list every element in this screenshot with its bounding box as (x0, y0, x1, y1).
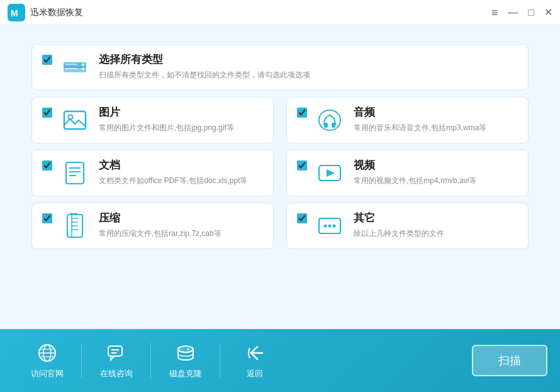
select-all-label: 选择所有类型 (99, 52, 310, 67)
select-all-text: 选择所有类型 扫描所有类型文件，如不清楚找回的文件类型，请勾选此项选项 (99, 52, 310, 81)
minimize-button[interactable]: — (508, 8, 518, 18)
category-row-2: 文档 文档类文件如office PDF等,包括doc,xls,ppt等 视频 常… (31, 150, 529, 196)
back-icon (244, 342, 266, 364)
maximize-button[interactable]: □ (528, 8, 534, 18)
image-label: 图片 (99, 105, 234, 120)
compress-desc: 常用的压缩文件,包括rar,zip,7z,cab等 (99, 228, 221, 239)
other-icon (315, 211, 345, 241)
audio-label: 音频 (354, 105, 486, 120)
select-all-desc: 扫描所有类型文件，如不清楚找回的文件类型，请勾选此项选项 (99, 69, 310, 81)
title-bar: M 迅米数据恢复 ≡ — □ ✕ (0, 0, 560, 25)
document-text: 文档 文档类文件如office PDF等,包括doc,xls,ppt等 (99, 158, 248, 186)
other-text: 其它 除以上几种文件类型的文件 (354, 211, 444, 239)
window-controls: ≡ — □ ✕ (491, 7, 552, 18)
audio-desc: 常用的音乐和语音文件,包括mp3,wma等 (354, 122, 486, 133)
other-desc: 除以上几种文件类型的文件 (354, 228, 444, 239)
svg-marker-15 (327, 169, 335, 177)
svg-point-5 (82, 64, 84, 66)
svg-point-35 (178, 346, 193, 352)
video-checkbox[interactable] (297, 160, 307, 171)
bottom-toolbar: 访问官网 在线咨询 (0, 329, 560, 392)
audio-icon (315, 105, 345, 135)
svg-point-24 (328, 225, 332, 228)
category-other: 其它 除以上几种文件类型的文件 (286, 203, 529, 249)
category-grid: 选择所有类型 扫描所有类型文件，如不清楚找回的文件类型，请勾选此项选项 (31, 44, 529, 249)
bottom-actions: 访问官网 在线咨询 (13, 335, 472, 386)
svg-rect-4 (65, 64, 77, 65)
category-document: 文档 文档类文件如office PDF等,包括doc,xls,ppt等 (31, 150, 274, 196)
compress-icon (60, 211, 90, 241)
select-all-checkbox-wrap[interactable] (42, 55, 52, 67)
svg-rect-8 (64, 111, 86, 129)
other-label: 其它 (354, 211, 444, 225)
app-logo: M (8, 4, 25, 21)
video-desc: 常用的视频文件,包括mp4,rmvb,avi等 (354, 175, 476, 186)
select-all-icon (60, 52, 90, 82)
select-all-row: 选择所有类型 扫描所有类型文件，如不清楚找回的文件类型，请勾选此项选项 (31, 44, 529, 91)
category-row-3: 压缩 常用的压缩文件,包括rar,zip,7z,cab等 (31, 203, 529, 249)
clone-label: 磁盘克隆 (169, 368, 202, 379)
audio-text: 音频 常用的音乐和语音文件,包括mp3,wma等 (354, 105, 486, 133)
consult-action[interactable]: 在线咨询 (82, 335, 151, 386)
svg-point-23 (324, 225, 327, 228)
svg-rect-10 (66, 162, 84, 184)
compress-text: 压缩 常用的压缩文件,包括rar,zip,7z,cab等 (99, 211, 221, 239)
image-text: 图片 常用的图片文件和图片,包括jpg,png,gif等 (99, 105, 234, 133)
menu-button[interactable]: ≡ (491, 7, 498, 18)
category-audio: 音频 常用的音乐和语音文件,包括mp3,wma等 (286, 97, 529, 143)
disk-icon (174, 342, 197, 364)
document-label: 文档 (99, 158, 248, 172)
video-icon (315, 158, 345, 188)
app-title: 迅米数据恢复 (30, 7, 491, 18)
svg-rect-31 (108, 346, 122, 356)
chat-icon (105, 342, 128, 364)
globe-icon (36, 342, 59, 364)
document-desc: 文档类文件如office PDF等,包括doc,xls,ppt等 (99, 175, 248, 186)
image-desc: 常用的图片文件和图片,包括jpg,png,gif等 (99, 122, 234, 133)
website-label: 访问官网 (31, 368, 64, 379)
category-compress: 压缩 常用的压缩文件,包括rar,zip,7z,cab等 (31, 203, 274, 249)
image-icon (60, 105, 90, 135)
back-label: 返回 (247, 368, 263, 379)
main-content: 选择所有类型 扫描所有类型文件，如不清楚找回的文件类型，请勾选此项选项 (0, 25, 560, 329)
document-icon (60, 158, 90, 188)
category-image: 图片 常用的图片文件和图片,包括jpg,png,gif等 (31, 97, 274, 143)
close-button[interactable]: ✕ (544, 8, 552, 18)
back-action[interactable]: 返回 (220, 335, 289, 386)
compress-label: 压缩 (99, 211, 221, 225)
clone-action[interactable]: 磁盘克隆 (151, 335, 220, 386)
other-checkbox[interactable] (297, 213, 307, 223)
category-video: 视频 常用的视频文件,包括mp4,rmvb,avi等 (286, 150, 529, 196)
video-label: 视频 (354, 158, 476, 172)
document-checkbox[interactable] (42, 160, 52, 171)
consult-label: 在线咨询 (100, 368, 133, 379)
video-text: 视频 常用的视频文件,包括mp4,rmvb,avi等 (354, 158, 476, 186)
svg-point-36 (188, 349, 189, 350)
select-all-checkbox[interactable] (42, 55, 52, 65)
compress-checkbox[interactable] (42, 213, 52, 223)
scan-button[interactable]: 扫描 (472, 345, 547, 376)
svg-rect-6 (65, 68, 77, 69)
svg-point-25 (333, 225, 336, 228)
svg-point-7 (82, 68, 84, 70)
image-checkbox[interactable] (42, 108, 52, 118)
category-row-1: 图片 常用的图片文件和图片,包括jpg,png,gif等 (31, 97, 529, 143)
audio-checkbox[interactable] (297, 108, 307, 118)
website-action[interactable]: 访问官网 (13, 335, 82, 386)
svg-text:M: M (11, 8, 18, 18)
